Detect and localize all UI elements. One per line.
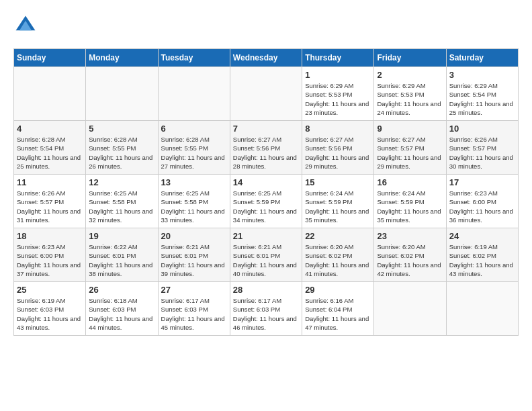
day-number: 27 <box>161 285 227 295</box>
day-info: Sunrise: 6:17 AMSunset: 6:03 PMDaylight:… <box>161 296 227 332</box>
day-info: Sunrise: 6:18 AMSunset: 6:03 PMDaylight:… <box>89 296 154 332</box>
day-number: 28 <box>233 285 299 295</box>
calendar-cell: 1Sunrise: 6:29 AMSunset: 5:53 PMDaylight… <box>302 67 374 121</box>
calendar-cell: 11Sunrise: 6:26 AMSunset: 5:57 PMDayligh… <box>14 175 86 228</box>
day-number: 7 <box>233 124 299 134</box>
day-info: Sunrise: 6:21 AMSunset: 6:01 PMDaylight:… <box>161 242 227 278</box>
day-number: 3 <box>449 70 515 80</box>
calendar-cell: 10Sunrise: 6:26 AMSunset: 5:57 PMDayligh… <box>446 121 518 175</box>
calendar-cell: 23Sunrise: 6:20 AMSunset: 6:02 PMDayligh… <box>374 228 446 282</box>
calendar-cell: 15Sunrise: 6:24 AMSunset: 5:59 PMDayligh… <box>302 175 374 228</box>
day-info: Sunrise: 6:20 AMSunset: 6:02 PMDaylight:… <box>377 242 443 278</box>
day-number: 29 <box>305 285 371 295</box>
day-info: Sunrise: 6:25 AMSunset: 5:58 PMDaylight:… <box>161 189 227 224</box>
day-info: Sunrise: 6:26 AMSunset: 5:57 PMDaylight:… <box>17 189 83 224</box>
calendar-cell: 14Sunrise: 6:25 AMSunset: 5:59 PMDayligh… <box>230 175 302 228</box>
day-info: Sunrise: 6:24 AMSunset: 5:59 PMDaylight:… <box>377 189 443 224</box>
header-row: SundayMondayTuesdayWednesdayThursdayFrid… <box>14 49 519 67</box>
column-header-monday: Monday <box>86 49 158 67</box>
calendar-week-3: 18Sunrise: 6:23 AMSunset: 6:00 PMDayligh… <box>14 228 519 282</box>
column-header-sunday: Sunday <box>14 49 86 67</box>
calendar-cell: 19Sunrise: 6:22 AMSunset: 6:01 PMDayligh… <box>86 228 158 282</box>
calendar-cell: 27Sunrise: 6:17 AMSunset: 6:03 PMDayligh… <box>158 282 230 336</box>
day-number: 23 <box>377 231 443 241</box>
calendar-cell <box>374 282 446 336</box>
calendar-cell <box>158 67 230 121</box>
calendar-cell: 5Sunrise: 6:28 AMSunset: 5:55 PMDaylight… <box>86 121 158 175</box>
day-number: 5 <box>89 124 154 134</box>
column-header-wednesday: Wednesday <box>230 49 302 67</box>
day-number: 2 <box>377 70 443 80</box>
logo-icon <box>13 13 38 38</box>
day-number: 14 <box>233 177 299 187</box>
day-info: Sunrise: 6:25 AMSunset: 5:59 PMDaylight:… <box>233 189 299 224</box>
day-number: 18 <box>17 231 83 241</box>
calendar-cell <box>446 282 518 336</box>
day-info: Sunrise: 6:29 AMSunset: 5:53 PMDaylight:… <box>305 81 371 117</box>
calendar-cell: 22Sunrise: 6:20 AMSunset: 6:02 PMDayligh… <box>302 228 374 282</box>
column-header-tuesday: Tuesday <box>158 49 230 67</box>
day-info: Sunrise: 6:19 AMSunset: 6:03 PMDaylight:… <box>17 296 83 332</box>
calendar-cell: 26Sunrise: 6:18 AMSunset: 6:03 PMDayligh… <box>86 282 158 336</box>
day-number: 21 <box>233 231 299 241</box>
calendar-cell <box>14 67 86 121</box>
day-info: Sunrise: 6:22 AMSunset: 6:01 PMDaylight:… <box>89 242 154 278</box>
column-header-thursday: Thursday <box>302 49 374 67</box>
day-info: Sunrise: 6:19 AMSunset: 6:02 PMDaylight:… <box>449 242 515 278</box>
day-info: Sunrise: 6:29 AMSunset: 5:54 PMDaylight:… <box>449 81 515 117</box>
calendar-cell: 28Sunrise: 6:17 AMSunset: 6:03 PMDayligh… <box>230 282 302 336</box>
day-info: Sunrise: 6:28 AMSunset: 5:55 PMDaylight:… <box>89 135 154 171</box>
calendar-cell: 24Sunrise: 6:19 AMSunset: 6:02 PMDayligh… <box>446 228 518 282</box>
calendar-cell: 13Sunrise: 6:25 AMSunset: 5:58 PMDayligh… <box>158 175 230 228</box>
day-info: Sunrise: 6:29 AMSunset: 5:53 PMDaylight:… <box>377 81 443 117</box>
day-info: Sunrise: 6:21 AMSunset: 6:01 PMDaylight:… <box>233 242 299 278</box>
calendar-cell: 3Sunrise: 6:29 AMSunset: 5:54 PMDaylight… <box>446 67 518 121</box>
logo <box>13 13 42 38</box>
day-info: Sunrise: 6:27 AMSunset: 5:56 PMDaylight:… <box>305 135 371 171</box>
calendar-cell: 21Sunrise: 6:21 AMSunset: 6:01 PMDayligh… <box>230 228 302 282</box>
day-number: 22 <box>305 231 371 241</box>
day-number: 8 <box>305 124 371 134</box>
column-header-friday: Friday <box>374 49 446 67</box>
day-number: 16 <box>377 177 443 187</box>
page-header <box>13 13 519 38</box>
calendar-cell: 17Sunrise: 6:23 AMSunset: 6:00 PMDayligh… <box>446 175 518 228</box>
calendar-cell: 4Sunrise: 6:28 AMSunset: 5:54 PMDaylight… <box>14 121 86 175</box>
calendar-cell <box>86 67 158 121</box>
day-info: Sunrise: 6:23 AMSunset: 6:00 PMDaylight:… <box>449 189 515 224</box>
day-number: 1 <box>305 70 371 80</box>
calendar-cell: 9Sunrise: 6:27 AMSunset: 5:57 PMDaylight… <box>374 121 446 175</box>
day-info: Sunrise: 6:24 AMSunset: 5:59 PMDaylight:… <box>305 189 371 224</box>
calendar-week-4: 25Sunrise: 6:19 AMSunset: 6:03 PMDayligh… <box>14 282 519 336</box>
day-number: 19 <box>89 231 154 241</box>
day-info: Sunrise: 6:16 AMSunset: 6:04 PMDaylight:… <box>305 296 371 332</box>
calendar-cell: 18Sunrise: 6:23 AMSunset: 6:00 PMDayligh… <box>14 228 86 282</box>
calendar-cell: 29Sunrise: 6:16 AMSunset: 6:04 PMDayligh… <box>302 282 374 336</box>
calendar-cell: 6Sunrise: 6:28 AMSunset: 5:55 PMDaylight… <box>158 121 230 175</box>
calendar-cell: 2Sunrise: 6:29 AMSunset: 5:53 PMDaylight… <box>374 67 446 121</box>
calendar-cell: 20Sunrise: 6:21 AMSunset: 6:01 PMDayligh… <box>158 228 230 282</box>
day-number: 4 <box>17 124 83 134</box>
day-number: 12 <box>89 177 154 187</box>
day-number: 24 <box>449 231 515 241</box>
calendar-cell: 16Sunrise: 6:24 AMSunset: 5:59 PMDayligh… <box>374 175 446 228</box>
day-number: 20 <box>161 231 227 241</box>
day-number: 25 <box>17 285 83 295</box>
calendar-body: 1Sunrise: 6:29 AMSunset: 5:53 PMDaylight… <box>14 67 519 336</box>
calendar-cell: 7Sunrise: 6:27 AMSunset: 5:56 PMDaylight… <box>230 121 302 175</box>
day-info: Sunrise: 6:28 AMSunset: 5:55 PMDaylight:… <box>161 135 227 171</box>
calendar-week-2: 11Sunrise: 6:26 AMSunset: 5:57 PMDayligh… <box>14 175 519 228</box>
day-number: 13 <box>161 177 227 187</box>
calendar-cell <box>230 67 302 121</box>
calendar-cell: 25Sunrise: 6:19 AMSunset: 6:03 PMDayligh… <box>14 282 86 336</box>
day-number: 10 <box>449 124 515 134</box>
day-info: Sunrise: 6:26 AMSunset: 5:57 PMDaylight:… <box>449 135 515 171</box>
day-number: 17 <box>449 177 515 187</box>
day-number: 26 <box>89 285 154 295</box>
calendar-week-0: 1Sunrise: 6:29 AMSunset: 5:53 PMDaylight… <box>14 67 519 121</box>
day-number: 11 <box>17 177 83 187</box>
calendar-cell: 12Sunrise: 6:25 AMSunset: 5:58 PMDayligh… <box>86 175 158 228</box>
day-info: Sunrise: 6:25 AMSunset: 5:58 PMDaylight:… <box>89 189 154 224</box>
calendar-table: SundayMondayTuesdayWednesdayThursdayFrid… <box>13 48 519 336</box>
day-number: 9 <box>377 124 443 134</box>
